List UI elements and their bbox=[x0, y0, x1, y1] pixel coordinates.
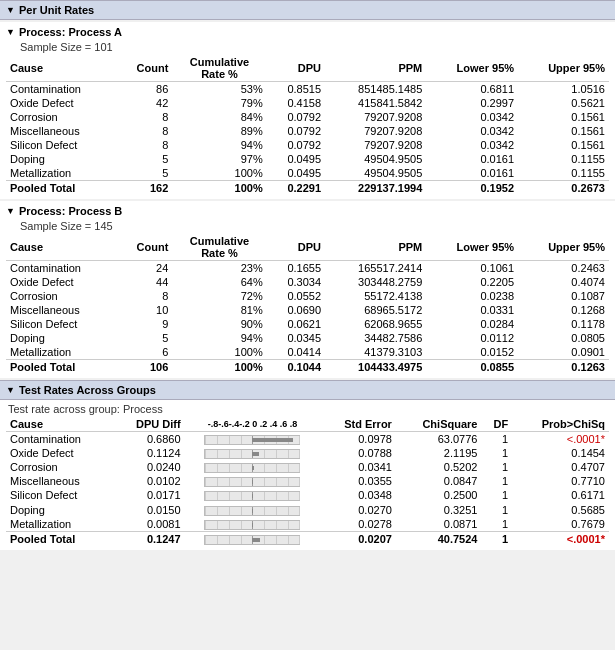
table-cell: 0.3034 bbox=[267, 275, 325, 289]
table-cell: 0.1561 bbox=[518, 124, 609, 138]
test-rates-panel: ▼ Test Rates Across Groups Test rate acr… bbox=[0, 380, 615, 550]
test-cause-cell: Miscellaneous bbox=[6, 474, 113, 488]
col-cumulative-b: CumulativeRate % bbox=[172, 234, 266, 261]
test-std-cell: 0.0270 bbox=[320, 502, 396, 516]
table-cell: 49504.9505 bbox=[325, 166, 426, 181]
table-cell: 0.0152 bbox=[426, 345, 518, 360]
col-cause-b: Cause bbox=[6, 234, 117, 261]
process-a-header: ▼ Process: Process A bbox=[6, 24, 609, 40]
test-df-cell: 1 bbox=[481, 502, 512, 516]
test-prob-cell: 0.7679 bbox=[512, 517, 609, 532]
test-cause-cell: Pooled Total bbox=[6, 531, 113, 546]
table-cell: 0.2673 bbox=[518, 181, 609, 196]
table-cell: 229137.1994 bbox=[325, 181, 426, 196]
test-chi-cell: 2.1195 bbox=[396, 446, 482, 460]
table-cell: 0.0805 bbox=[518, 331, 609, 345]
test-rates-triangle[interactable]: ▼ bbox=[6, 385, 15, 395]
table-row: Oxide Defect0.11240.07882.119510.1454 bbox=[6, 446, 609, 460]
col-chi-square: ChiSquare bbox=[396, 417, 482, 432]
test-dpu-cell: 0.0102 bbox=[113, 474, 184, 488]
process-b-section: ▼ Process: Process B Sample Size = 145 C… bbox=[0, 201, 615, 378]
table-cell: 100% bbox=[172, 360, 266, 375]
table-cell: 100% bbox=[172, 166, 266, 181]
test-cause-cell: Silicon Defect bbox=[6, 488, 113, 502]
table-cell: 0.1178 bbox=[518, 317, 609, 331]
table-cell: 165517.2414 bbox=[325, 261, 426, 276]
table-cell: 0.0621 bbox=[267, 317, 325, 331]
table-cell: 5 bbox=[117, 166, 173, 181]
table-cell: Contamination bbox=[6, 261, 117, 276]
per-unit-rates-header: ▼ Per Unit Rates bbox=[0, 0, 615, 20]
test-dpu-cell: 0.0081 bbox=[113, 517, 184, 532]
col-count-a: Count bbox=[117, 55, 173, 82]
table-cell: 104433.4975 bbox=[325, 360, 426, 375]
table-row: Doping0.01500.02700.325110.5685 bbox=[6, 502, 609, 516]
table-cell: 10 bbox=[117, 303, 173, 317]
col-upper95-a: Upper 95% bbox=[518, 55, 609, 82]
table-cell: Doping bbox=[6, 331, 117, 345]
test-std-cell: 0.0278 bbox=[320, 517, 396, 532]
table-row: Miscellaneous0.01020.03550.084710.7710 bbox=[6, 474, 609, 488]
table-cell: Silicon Defect bbox=[6, 138, 117, 152]
table-row: Metallization6100%0.041441379.31030.0152… bbox=[6, 345, 609, 360]
table-cell: 89% bbox=[172, 124, 266, 138]
table-row: Miscellaneous1081%0.069068965.51720.0331… bbox=[6, 303, 609, 317]
bar-container bbox=[204, 463, 300, 473]
table-cell: 106 bbox=[117, 360, 173, 375]
col-ppm-b: PPM bbox=[325, 234, 426, 261]
test-std-cell: 0.0788 bbox=[320, 446, 396, 460]
process-a-sample-size: Sample Size = 101 bbox=[6, 40, 609, 55]
test-df-cell: 1 bbox=[481, 517, 512, 532]
table-cell: 86 bbox=[117, 82, 173, 97]
table-cell: Pooled Total bbox=[6, 181, 117, 196]
bar-container bbox=[204, 520, 300, 530]
table-row: Corrosion0.02400.03410.520210.4707 bbox=[6, 460, 609, 474]
table-cell: 0.4074 bbox=[518, 275, 609, 289]
table-cell: 0.8515 bbox=[267, 82, 325, 97]
col-bar-axis: -.8-.6-.4-.2 0 .2 .4 .6 .8 bbox=[185, 417, 321, 432]
table-cell: 5 bbox=[117, 331, 173, 345]
bar-container bbox=[204, 535, 300, 545]
table-cell: 0.4158 bbox=[267, 96, 325, 110]
test-df-cell: 1 bbox=[481, 488, 512, 502]
table-cell: Metallization bbox=[6, 345, 117, 360]
process-a-triangle[interactable]: ▼ bbox=[6, 27, 15, 37]
table-cell: 0.0495 bbox=[267, 166, 325, 181]
bar-container bbox=[204, 506, 300, 516]
table-cell: 44 bbox=[117, 275, 173, 289]
test-df-cell: 1 bbox=[481, 460, 512, 474]
test-bar-cell bbox=[185, 502, 321, 516]
bar-fill bbox=[252, 452, 259, 456]
test-df-cell: 1 bbox=[481, 474, 512, 488]
test-prob-cell: 0.7710 bbox=[512, 474, 609, 488]
table-cell: 0.1561 bbox=[518, 110, 609, 124]
table-cell: 53% bbox=[172, 82, 266, 97]
process-b-header: ▼ Process: Process B bbox=[6, 203, 609, 219]
table-cell: 0.2997 bbox=[426, 96, 518, 110]
table-row: Pooled Total0.12470.020740.75241<.0001* bbox=[6, 531, 609, 546]
table-cell: 0.0855 bbox=[426, 360, 518, 375]
test-dpu-cell: 0.6860 bbox=[113, 432, 184, 447]
table-cell: 0.0901 bbox=[518, 345, 609, 360]
test-cause-cell: Oxide Defect bbox=[6, 446, 113, 460]
col-lower95-a: Lower 95% bbox=[426, 55, 518, 82]
table-cell: 851485.1485 bbox=[325, 82, 426, 97]
table-cell: 0.1087 bbox=[518, 289, 609, 303]
table-cell: 100% bbox=[172, 345, 266, 360]
table-row: Silicon Defect990%0.062162068.96550.0284… bbox=[6, 317, 609, 331]
process-b-sample-size: Sample Size = 145 bbox=[6, 219, 609, 234]
test-chi-cell: 0.0871 bbox=[396, 517, 482, 532]
table-row: Corrosion884%0.079279207.92080.03420.156… bbox=[6, 110, 609, 124]
table-row: Pooled Total162100%0.2291229137.19940.19… bbox=[6, 181, 609, 196]
table-cell: Corrosion bbox=[6, 110, 117, 124]
col-cumulative-a: CumulativeRate % bbox=[172, 55, 266, 82]
col-std-error: Std Error bbox=[320, 417, 396, 432]
test-bar-cell bbox=[185, 446, 321, 460]
table-cell: 0.1044 bbox=[267, 360, 325, 375]
collapse-triangle[interactable]: ▼ bbox=[6, 5, 15, 15]
table-cell: Oxide Defect bbox=[6, 96, 117, 110]
table-cell: 34482.7586 bbox=[325, 331, 426, 345]
bar-fill bbox=[252, 438, 292, 442]
process-b-triangle[interactable]: ▼ bbox=[6, 206, 15, 216]
table-cell: Corrosion bbox=[6, 289, 117, 303]
